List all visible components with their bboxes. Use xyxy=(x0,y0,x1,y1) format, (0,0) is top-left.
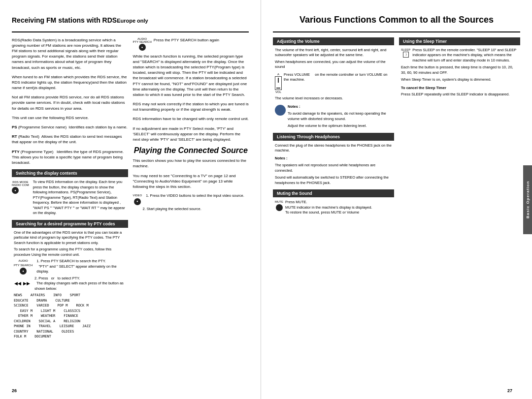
audio-pty-icon: AUDIO PTY SEARCH ● xyxy=(133,37,152,51)
intro-p6: RT (Radio Text) Allows the RDS station t… xyxy=(12,134,128,145)
intro-p3: Not all FM stations provide RDS service,… xyxy=(12,94,128,111)
muting-body: Press MUTE. xyxy=(285,200,372,205)
playing-title: Playing the Connected Source xyxy=(133,146,249,155)
switching-section: Switching the display contents RDS MODE … xyxy=(12,169,128,216)
playing-step2-text: 2. Start playing the selected source. xyxy=(143,207,201,212)
volume-body: The volume of the front left, right, cen… xyxy=(275,48,392,58)
volume-note1: To avoid damage to the speakers, do not … xyxy=(288,111,392,122)
search-step2: ◀◀ ▶▶ 2. Press or to select PTY. The dis… xyxy=(14,276,126,292)
volume-press-row: A VOL Press VOLUME on the remote control… xyxy=(275,72,392,94)
muting-restore: To restore the sound, press MUTE or Volu… xyxy=(285,210,372,215)
playing-note: You may need to see "Connecting to a TV"… xyxy=(133,173,249,190)
intro-p7: PTY (Programme Type) Identifies the type… xyxy=(12,149,128,166)
muting-row: MUTE Press MUTE. MUTE indicator in the m… xyxy=(275,200,392,215)
sleep-display-note: When Sleep Timer is on, system's display… xyxy=(401,77,518,83)
left-page: Receiving FM stations with RDSEurope onl… xyxy=(0,0,261,399)
search-step1: AUDIO PTY SEARCH ● 1. Press PTY SEARCH t… xyxy=(14,259,126,275)
intro-p4: This unit can use the following RDS serv… xyxy=(12,115,128,121)
right-page-title: Various Functions Common to all the Sour… xyxy=(273,15,520,26)
sleep-cancel-title: To cancel the Sleep Timer xyxy=(401,86,518,91)
headphones-note1: The speakers will not reproduce sound wh… xyxy=(275,163,392,173)
sleep-row: SLEEP ☽ Press SLEEP on the remote contro… xyxy=(401,48,518,63)
step1-text: 1. Press PTY SEARCH to search the PTY. xyxy=(36,259,126,264)
volume-press-text: Press VOLUME on the remote controller or… xyxy=(284,72,392,83)
left-page-title: Receiving FM stations with RDSEurope onl… xyxy=(12,15,249,26)
left-divider xyxy=(12,31,249,32)
right-left-col: Adjusting the Volume The volume of the f… xyxy=(273,37,394,219)
intro-p1: RDS(Radio Data System) is a broadcasting… xyxy=(12,37,128,70)
sidebar-tab: Basic Operation xyxy=(523,165,532,234)
next-arrow-icon: ▶▶ xyxy=(23,280,30,287)
right-right-col: Using the Sleep Timer SLEEP ☽ Press SLEE… xyxy=(399,37,520,219)
volume-note2: Adjust the volume to the optimum listeni… xyxy=(288,123,392,129)
sleep-content: SLEEP ☽ Press SLEEP on the remote contro… xyxy=(399,48,520,97)
muting-header: Muting the Sound xyxy=(273,189,394,197)
headphones-body: Connect the plug of the stereo headphone… xyxy=(275,143,392,153)
muting-detail: MUTE indicator in the machine's display … xyxy=(285,205,372,211)
page-container: Receiving FM stations with RDSEurope onl… xyxy=(0,0,532,399)
left-right-col: AUDIO PTY SEARCH ● Press the PTY SEARCH … xyxy=(133,37,249,343)
video-button-icon: ● xyxy=(134,198,141,205)
pty-press-text: Press the PTY SEARCH button again xyxy=(154,37,219,43)
sleep-button-icon: ☽ xyxy=(403,52,409,58)
volume-notes-label: Notes : xyxy=(288,104,392,110)
sleep-body: Press SLEEP on the remote controller. "S… xyxy=(412,48,518,63)
volume-content: The volume of the front left, right, cen… xyxy=(273,48,394,129)
search-p1: One of the advantages of the RDS service… xyxy=(14,230,126,246)
sleep-detail: Each time the button is pressed, the sle… xyxy=(401,65,518,75)
right-columns: Adjusting the Volume The volume of the f… xyxy=(273,37,520,219)
volume-level-note: The volume level increases or decreases. xyxy=(275,96,392,101)
sleep-header: Using the Sleep Timer xyxy=(399,37,520,45)
video-icon-area: VIDEO ● xyxy=(133,193,142,205)
volume-section: Adjusting the Volume The volume of the f… xyxy=(273,37,394,129)
headphones-content: Connect the plug of the stereo headphone… xyxy=(273,143,394,186)
step2-text: 2. Press or to select PTY. xyxy=(34,276,126,281)
right-page-number: 27 xyxy=(507,388,512,393)
switching-content-row: RDS MODE RADIO COM ● To view RDS informa… xyxy=(12,180,128,216)
left-page-number: 26 xyxy=(12,388,17,393)
volume-blue-icon-row: Notes : To avoid damage to the speakers,… xyxy=(275,104,392,129)
playing-step1: VIDEO ● 1. Press the VIDEO buttons to se… xyxy=(133,193,249,205)
vol-icon-area: A VOL xyxy=(275,72,282,94)
rds-note1: RDS may not work correctly if the statio… xyxy=(133,101,249,112)
mute-icon-area: MUTE xyxy=(275,200,283,211)
headphones-note2: Sound will automatically be switched to … xyxy=(275,175,392,185)
rds-note2: RDS information have to be changed with … xyxy=(133,116,249,122)
left-main-content: RDS(Radio Data System) is a broadcasting… xyxy=(12,37,249,343)
searching-section: Searching for a desired programme by PTY… xyxy=(12,220,128,339)
prev-arrow-icon: ◀◀ xyxy=(14,280,21,287)
pty-list: NEWS AFFAIRS INFO SPORT EDUCATE DRAMA CU… xyxy=(14,293,126,339)
right-page: Various Functions Common to all the Sour… xyxy=(261,0,532,399)
switching-icon-area: RDS MODE RADIO COM ● xyxy=(12,181,29,194)
sleep-section: Using the Sleep Timer SLEEP ☽ Press SLEE… xyxy=(399,37,520,97)
search-p2: To search for a programme using the PTY … xyxy=(14,247,126,257)
pty-details: While the search function is running, th… xyxy=(133,54,249,98)
headphones-notes-label: Notes : xyxy=(275,156,392,161)
searching-content: One of the advantages of the RDS service… xyxy=(12,230,128,339)
playing-intro: This section shows you how to play the s… xyxy=(133,158,249,169)
headphones-section: Listening Through Headphones Connect the… xyxy=(273,133,394,186)
switching-header: Switching the display contents xyxy=(12,169,128,177)
volume-circle-icon xyxy=(275,105,286,116)
intro-p5: PS (Programme Service name) Identifies e… xyxy=(12,124,128,130)
volume-headphone-note: When headphones are connected, you can a… xyxy=(275,60,392,70)
pty-search-icon: AUDIO PTY SEARCH ● xyxy=(14,259,33,275)
pty-press-row: AUDIO PTY SEARCH ● Press the PTY SEARCH … xyxy=(133,37,249,51)
mute-button-icon xyxy=(276,204,283,211)
intro-p2: When tuned to an FM station which provid… xyxy=(12,74,128,91)
muting-section: Muting the Sound MUTE Press MUTE. MUTE i… xyxy=(273,189,394,215)
searching-header: Searching for a desired programme by PTY… xyxy=(12,220,128,228)
rds-button-icon: ● xyxy=(12,187,19,194)
rds-note3: If no adjustment are made in PTY Select … xyxy=(133,126,249,143)
left-col: RDS(Radio Data System) is a broadcasting… xyxy=(12,37,128,343)
playing-step1-text: 1. Press the VIDEO buttons to select the… xyxy=(146,193,244,205)
muting-content: MUTE Press MUTE. MUTE indicator in the m… xyxy=(273,200,394,215)
volume-slider-icon xyxy=(275,76,282,90)
right-divider xyxy=(273,31,520,32)
playing-step2: 2. Start playing the selected source. xyxy=(143,207,249,212)
sleep-icon-area: SLEEP ☽ xyxy=(401,48,410,58)
step2-arrows: ◀◀ ▶▶ xyxy=(14,276,31,292)
volume-header: Adjusting the Volume xyxy=(273,37,394,45)
headphones-header: Listening Through Headphones xyxy=(273,133,394,141)
sleep-cancel-body: Press SLEEP repeatedly until the SLEEP i… xyxy=(401,92,518,97)
